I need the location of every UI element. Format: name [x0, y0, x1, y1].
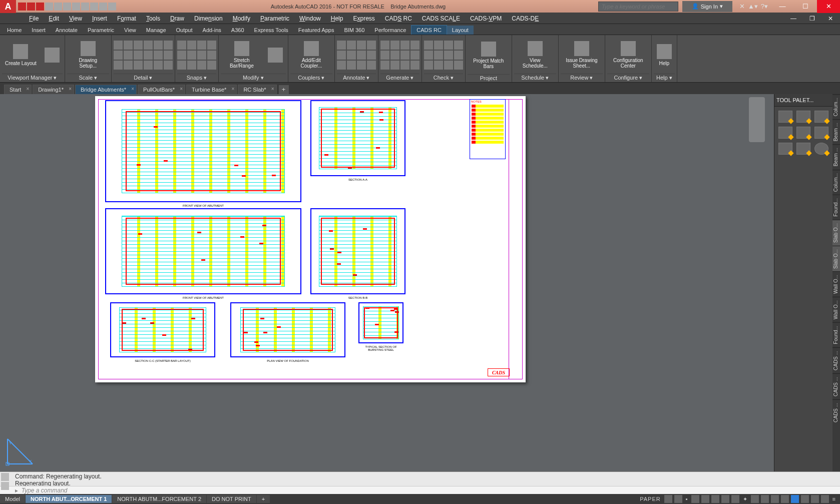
ribbon-small-button[interactable] — [357, 41, 366, 50]
new-tab-button[interactable]: + — [279, 85, 289, 94]
ribbon-small-button[interactable] — [164, 41, 173, 50]
ribbon-panel-label[interactable]: Generate ▾ — [380, 74, 419, 82]
ribbon-button[interactable]: Help — [654, 43, 675, 67]
maximize-button[interactable]: ☐ — [794, 0, 817, 13]
ribbon-small-button[interactable] — [424, 51, 433, 60]
ribbon-button[interactable]: Create Layout — [2, 43, 40, 67]
close-tab-icon[interactable]: × — [180, 86, 183, 92]
close-tab-icon[interactable]: × — [69, 86, 72, 92]
cmd-handle-icon[interactable] — [1, 473, 9, 481]
close-tab-icon[interactable]: × — [271, 86, 274, 92]
layout-tab[interactable]: NORTH ABUTM...FORCEMENT 2 — [112, 495, 206, 503]
qat-icon[interactable] — [36, 3, 44, 11]
cmd-config-icon[interactable] — [1, 482, 9, 490]
ucs-icon[interactable]: Y X — [5, 436, 35, 466]
palette-tab[interactable]: CADS ... — [832, 347, 840, 373]
menu-file[interactable]: File — [24, 15, 44, 22]
menu-insert[interactable]: Insert — [87, 15, 112, 22]
ribbon-small-button[interactable] — [347, 41, 356, 50]
ribbon-tab[interactable]: Output — [171, 26, 198, 35]
autodesk-icon[interactable]: ▲▾ — [748, 3, 758, 10]
file-tab[interactable]: Turbine Base*× — [186, 85, 237, 94]
ribbon-small-button[interactable] — [380, 61, 389, 70]
ribbon-small-button[interactable] — [454, 61, 463, 70]
menu-cads-scale[interactable]: CADS SCALE — [417, 15, 465, 22]
qat-new-icon[interactable] — [54, 3, 62, 11]
ribbon-small-button[interactable] — [164, 51, 173, 60]
status-workspace-icon[interactable] — [751, 495, 759, 503]
ribbon-small-button[interactable] — [177, 61, 186, 70]
ribbon-small-button[interactable] — [177, 41, 186, 50]
app-menu-button[interactable]: A — [0, 0, 16, 13]
drawing-canvas[interactable]: NOTES CADS FRONT VIEW OF ABUTMENTSECTION… — [0, 94, 805, 471]
ribbon-small-button[interactable] — [454, 51, 463, 60]
qat-undo-icon[interactable] — [90, 3, 98, 11]
qat-icon[interactable] — [27, 3, 35, 11]
ribbon-tab[interactable]: Express Tools — [249, 26, 293, 35]
ribbon-tab[interactable]: View — [119, 26, 141, 35]
qat-open-icon[interactable] — [63, 3, 71, 11]
status-lineweight-icon[interactable] — [721, 495, 729, 503]
menu-parametric[interactable]: Parametric — [255, 15, 294, 22]
menu-edit[interactable]: Edit — [44, 15, 64, 22]
menu-modify[interactable]: Modify — [228, 15, 255, 22]
ribbon-small-button[interactable] — [410, 61, 419, 70]
ribbon-small-button[interactable] — [424, 41, 433, 50]
ribbon-small-button[interactable] — [134, 51, 143, 60]
qat-icon[interactable] — [45, 3, 53, 11]
ribbon-tab[interactable]: A360 — [226, 26, 249, 35]
ribbon-panel-label[interactable]: Couplers ▾ — [290, 74, 332, 82]
qat-redo-icon[interactable] — [99, 3, 107, 11]
ribbon-tab[interactable]: Parametric — [83, 26, 119, 35]
minimize-button[interactable]: — — [771, 0, 794, 13]
ribbon-button[interactable]: Configuration Center — [607, 40, 649, 70]
ribbon-small-button[interactable] — [207, 41, 216, 50]
ribbon-panel-label[interactable]: Project — [468, 74, 510, 82]
layout-tab[interactable]: NORTH ABUT...ORCEMENT 1 — [26, 495, 112, 503]
ribbon-panel-label[interactable]: Check ▾ — [424, 74, 463, 82]
ribbon-small-button[interactable] — [134, 61, 143, 70]
ribbon-small-button[interactable] — [367, 41, 376, 50]
palette-tab[interactable]: Colum... — [832, 94, 840, 119]
palette-tab[interactable]: Found... — [832, 322, 840, 347]
menu-window[interactable]: Window — [294, 15, 326, 22]
status-hardware-icon[interactable] — [801, 495, 809, 503]
ribbon-button[interactable]: View Schedule... — [514, 40, 556, 70]
layout-tab[interactable]: Model — [0, 495, 25, 503]
status-isoplane-icon[interactable] — [811, 495, 819, 503]
palette-tab[interactable]: Wall O... — [832, 297, 840, 322]
menu-draw[interactable]: Draw — [165, 15, 189, 22]
ribbon-small-button[interactable] — [337, 51, 346, 60]
command-input[interactable]: ▸ Type a command — [0, 486, 840, 494]
ribbon-small-button[interactable] — [444, 41, 453, 50]
ribbon-small-button[interactable] — [154, 61, 163, 70]
palette-tool[interactable] — [814, 127, 828, 139]
ribbon-small-button[interactable] — [410, 51, 419, 60]
ribbon-tab[interactable]: Insert — [27, 26, 51, 35]
ribbon-small-button[interactable] — [144, 51, 153, 60]
ribbon-tab[interactable]: Manage — [141, 26, 171, 35]
ribbon-small-button[interactable] — [390, 51, 399, 60]
ribbon-small-button[interactable] — [337, 41, 346, 50]
palette-tool[interactable] — [796, 143, 810, 155]
ribbon-panel-label[interactable]: Viewport Manager ▾ — [2, 74, 63, 82]
ribbon-button[interactable] — [42, 47, 63, 64]
close-button[interactable]: ✕ — [817, 0, 840, 13]
ribbon-tab[interactable]: CADS RC — [411, 25, 447, 35]
help-search-input[interactable] — [598, 2, 678, 12]
qat-saveas-icon[interactable] — [81, 3, 89, 11]
ribbon-small-button[interactable] — [400, 61, 409, 70]
ribbon-tab[interactable]: Layout — [447, 26, 474, 35]
menu-cads-rc[interactable]: CADS RC — [380, 15, 417, 22]
signin-button[interactable]: 👤 Sign In ▾ — [682, 1, 732, 12]
palette-tool[interactable] — [796, 111, 810, 123]
palette-tool[interactable] — [814, 111, 828, 123]
status-polar-icon[interactable] — [701, 495, 709, 503]
ribbon-small-button[interactable] — [357, 61, 366, 70]
close-tab-icon[interactable]: × — [232, 86, 235, 92]
ribbon-panel-label[interactable]: Configure ▾ — [607, 74, 649, 82]
ribbon-small-button[interactable] — [207, 51, 216, 60]
ribbon-panel-label[interactable]: Scale ▾ — [67, 74, 109, 82]
palette-tool[interactable] — [814, 143, 828, 155]
ribbon-panel-label[interactable]: Annotate ▾ — [337, 74, 376, 82]
